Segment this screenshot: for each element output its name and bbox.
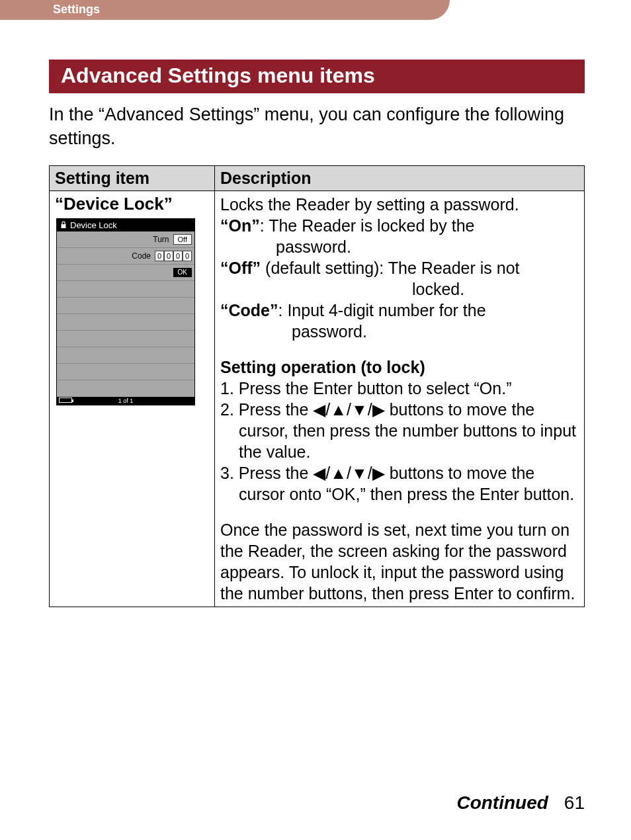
step3-pre: 3. Press the xyxy=(220,464,313,482)
step-3: 3. Press the ◀/▲/▼/▶ buttons to move the… xyxy=(220,462,579,505)
desc-on-cont: password. xyxy=(220,236,579,257)
device-row-empty xyxy=(57,364,194,380)
page-number: 61 xyxy=(564,792,585,813)
ok-button: OK xyxy=(173,268,192,277)
settings-table: Setting item Description “Device Lock” D… xyxy=(49,165,585,607)
device-title: Device Lock xyxy=(70,220,117,230)
desc-line1: Locks the Reader by setting a password. xyxy=(220,194,579,215)
off-label: “Off” xyxy=(220,259,261,277)
operation-heading: Setting operation (to lock) xyxy=(220,357,579,378)
code-digit-3: 0 xyxy=(183,251,192,261)
arrow-glyphs: ◀/▲/▼/▶ xyxy=(313,464,384,482)
step-2: 2. Press the ◀/▲/▼/▶ buttons to move the… xyxy=(220,399,579,462)
device-row-empty xyxy=(57,314,194,331)
device-row-empty xyxy=(57,331,194,347)
desc-code-cont: password. xyxy=(220,321,579,342)
code-label-desc: “Code” xyxy=(220,301,278,319)
continued-label: Continued xyxy=(456,792,548,813)
on-label: “On” xyxy=(220,216,260,235)
page-content: Advanced Settings menu items In the “Adv… xyxy=(49,60,585,607)
code-label: Code xyxy=(132,251,151,261)
device-row-turn: Turn Off xyxy=(57,231,194,248)
th-setting-item: Setting item xyxy=(50,165,215,190)
th-description: Description xyxy=(215,165,585,190)
device-row-empty xyxy=(57,347,194,364)
desc-off: “Off” (default setting): The Reader is n… xyxy=(220,257,579,278)
cell-description: Locks the Reader by setting a password. … xyxy=(215,190,585,607)
step-1: 1. Press the Enter button to select “On.… xyxy=(220,378,579,399)
code-digit-1: 0 xyxy=(164,251,173,261)
device-lock-screenshot: Device Lock Turn Off Code 0 0 0 xyxy=(56,218,195,405)
desc-off-cont: locked. xyxy=(220,278,579,300)
code-digit-2: 0 xyxy=(173,251,183,261)
turn-value: Off xyxy=(173,234,192,245)
turn-label: Turn xyxy=(153,235,169,244)
page-footer: Continued61 xyxy=(456,792,585,814)
header-tab-label: Settings xyxy=(0,0,450,17)
arrow-glyphs: ◀/▲/▼/▶ xyxy=(313,400,384,419)
device-row-empty xyxy=(57,281,194,298)
header-tab: Settings xyxy=(0,0,450,20)
svg-rect-0 xyxy=(62,224,66,228)
on-text: : The Reader is locked by the xyxy=(260,216,475,235)
desc-code: “Code”: Input 4-digit number for the xyxy=(220,300,579,321)
device-row-code: Code 0 0 0 0 xyxy=(57,248,194,265)
section-intro: In the “Advanced Settings” menu, you can… xyxy=(49,103,585,151)
lock-icon xyxy=(60,221,67,229)
device-page-indicator: 1 of 1 xyxy=(118,398,134,404)
code-text: : Input 4-digit number for the xyxy=(278,301,486,319)
device-titlebar: Device Lock xyxy=(57,219,194,231)
section-title: Advanced Settings menu items xyxy=(49,60,585,93)
cell-setting: “Device Lock” Device Lock Turn Off xyxy=(50,190,215,607)
desc-on: “On”: The Reader is locked by the xyxy=(220,215,579,236)
device-row-empty xyxy=(57,380,194,397)
battery-icon xyxy=(59,398,72,403)
step2-pre: 2. Press the xyxy=(220,400,313,419)
device-footer: 1 of 1 xyxy=(57,397,194,405)
desc-after: Once the password is set, next time you … xyxy=(220,519,579,604)
setting-name: “Device Lock” xyxy=(55,194,209,214)
off-text: (default setting): The Reader is not xyxy=(261,259,519,277)
device-row-ok: OK xyxy=(57,265,194,281)
code-digit-0: 0 xyxy=(155,251,164,261)
device-row-empty xyxy=(57,298,194,314)
